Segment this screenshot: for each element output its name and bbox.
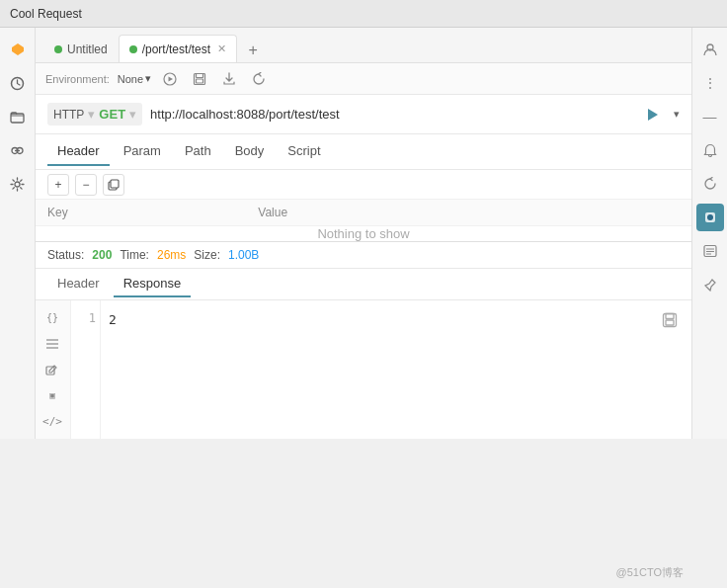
action-copy[interactable] [103,174,124,196]
time-label: Time: [120,248,149,262]
sidebar-icon-history[interactable] [4,69,32,97]
svg-rect-12 [111,180,119,188]
status-value: 200 [92,248,112,262]
right-icon-active[interactable] [696,204,724,231]
col-key: Key [47,206,258,219]
res-tab-response[interactable]: Response [114,271,192,297]
right-sidebar: ⋮ — [691,28,727,439]
code-content: 2 [101,300,691,439]
table-header: Key Value [36,200,691,226]
tab-label-port-test: /port/test/test [142,42,210,56]
send-button[interactable] [638,101,666,128]
action-add[interactable]: + [47,174,69,196]
code-icon-html[interactable]: ▣ [40,384,65,406]
action-remove[interactable]: − [75,174,97,196]
code-sidebar: {} [36,300,71,439]
right-icon-sync[interactable] [696,170,724,198]
svg-rect-19 [666,320,674,325]
empty-state: Nothing to show [36,226,691,241]
req-tab-header[interactable]: Header [47,137,110,166]
req-tab-script[interactable]: Script [278,137,330,166]
req-tab-path[interactable]: Path [175,137,221,166]
method-select[interactable]: HTTP ▾ GET ▾ [47,103,142,126]
code-area-wrapper: 1 2 [71,300,691,439]
svg-marker-10 [648,109,658,121]
svg-rect-1 [11,114,24,123]
left-sidebar [0,28,36,439]
right-icon-more[interactable]: ⋮ [696,69,724,97]
svg-marker-6 [169,76,174,81]
tab-bar: Untitled /port/test/test ✕ + [36,28,691,63]
env-select[interactable]: None ▾ [118,72,151,85]
app-title: Cool Request [10,7,82,21]
svg-point-4 [15,182,20,187]
svg-rect-8 [197,73,203,77]
code-icon-lines[interactable] [40,332,65,354]
toolbar-btn-run[interactable] [159,68,181,90]
line-numbers: 1 [71,300,101,439]
url-input[interactable] [150,107,630,122]
toolbar: Environment: None ▾ [36,63,691,95]
right-icon-pin[interactable] [696,271,724,298]
svg-rect-18 [666,314,674,319]
response-status-bar: Status: 200 Time: 26ms Size: 1.00B [36,242,691,269]
toolbar-btn-export[interactable] [218,68,240,90]
code-area: {} [36,300,691,439]
code-icon-json[interactable]: {} [40,306,65,328]
code-save-icon[interactable] [656,306,684,337]
main-content: Untitled /port/test/test ✕ + Environment… [36,28,691,439]
req-tab-param[interactable]: Param [114,137,171,166]
tab-close-port-test[interactable]: ✕ [217,42,226,55]
tab-dot-untitled [54,45,62,53]
send-dropdown[interactable]: ▾ [674,108,680,121]
col-value: Value [258,206,680,219]
header-actions: + − [36,170,691,200]
code-value: 2 [109,312,117,327]
tab-untitled[interactable]: Untitled [43,35,119,62]
tab-dot-port-test [129,45,137,53]
method-badge: GET [99,107,125,122]
toolbar-btn-save[interactable] [189,68,210,90]
req-tab-body[interactable]: Body [225,137,275,166]
size-value: 1.00B [228,248,259,262]
right-icon-minimize[interactable]: — [696,103,724,130]
sidebar-icon-logo[interactable] [4,36,32,63]
env-label: Environment: [45,73,110,85]
code-icon-code[interactable]: </> [40,411,65,433]
protocol-label: HTTP [53,108,84,122]
title-bar: Cool Request [0,0,727,28]
env-value: None [118,73,143,85]
tab-label-untitled: Untitled [67,42,108,56]
request-tabs: Header Param Path Body Script [36,134,691,170]
right-icon-list[interactable] [696,237,724,265]
svg-point-22 [707,214,713,220]
url-bar: HTTP ▾ GET ▾ ▾ [36,95,691,134]
svg-rect-9 [197,79,203,83]
line-number-1: 1 [75,308,96,330]
tab-add-button[interactable]: + [241,39,265,62]
sidebar-icon-link[interactable] [4,136,32,164]
response-tabs: Header Response [36,269,691,300]
env-chevron: ▾ [145,72,151,85]
right-icon-bell[interactable] [696,136,724,164]
res-tab-header[interactable]: Header [47,271,110,297]
right-icon-user[interactable] [696,36,724,63]
response-area: Status: 200 Time: 26ms Size: 1.00B Heade… [36,241,691,439]
status-label: Status: [47,248,84,262]
sidebar-icon-settings[interactable] [4,170,32,198]
toolbar-btn-refresh[interactable] [248,68,270,90]
code-icon-edit[interactable] [40,359,65,380]
tab-port-test[interactable]: /port/test/test ✕ [119,35,237,62]
size-label: Size: [194,248,220,262]
time-value: 26ms [157,248,186,262]
sidebar-icon-folder[interactable] [4,103,32,130]
watermark: @51CTO博客 [616,565,684,580]
